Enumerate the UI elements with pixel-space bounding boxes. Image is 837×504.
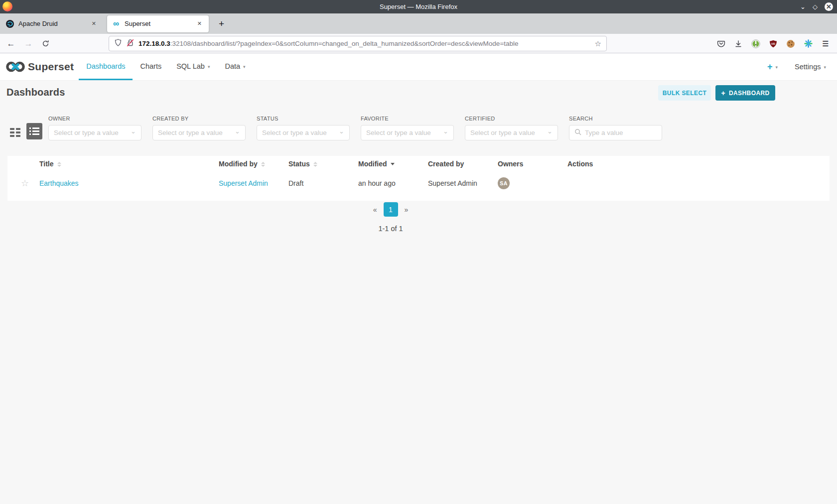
previous-page-button[interactable]: « <box>373 206 377 214</box>
minimize-icon[interactable]: ⌄ <box>800 3 806 10</box>
column-label: Created by <box>428 160 464 168</box>
tab-close-icon[interactable]: ✕ <box>195 19 204 28</box>
forward-button[interactable]: → <box>21 34 35 53</box>
window-title: Superset — Mozilla Firefox <box>0 0 837 13</box>
nav-label: Dashboards <box>86 62 125 70</box>
superset-logo[interactable]: Superset <box>0 53 74 80</box>
asterisk-extension-icon[interactable] <box>804 39 813 48</box>
status-cell: Draft <box>288 179 358 187</box>
bulk-select-button[interactable]: BULK SELECT <box>658 85 711 101</box>
certified-filter-select[interactable]: Select or type a value ⌄ <box>465 125 558 140</box>
column-header-modified-by[interactable]: Modified by <box>219 160 288 168</box>
superset-navbar: Superset Dashboards Charts SQL Lab ▾ Dat… <box>0 53 837 81</box>
url-bar[interactable]: 172.18.0.3:32108/dashboard/list/?pageInd… <box>109 36 607 51</box>
status-filter-select[interactable]: Select or type a value ⌄ <box>257 125 350 140</box>
svg-text:UO: UO <box>771 42 775 45</box>
tab-apache-druid[interactable]: Apache Druid ✕ <box>1 15 103 32</box>
filter-label-status: STATUS <box>257 116 350 122</box>
back-button[interactable]: ← <box>4 34 18 53</box>
chevron-down-icon: ⌄ <box>339 127 344 135</box>
bookmark-star-icon[interactable]: ☆ <box>595 39 601 48</box>
placeholder: Select or type a value <box>366 129 443 136</box>
pagination: « 1 » <box>351 202 430 217</box>
new-dashboard-label: DASHBOARD <box>729 90 770 97</box>
sort-icon <box>57 162 61 167</box>
search-input[interactable]: Type a value <box>569 125 662 140</box>
placeholder: Select or type a value <box>54 129 131 136</box>
cookie-extension-icon[interactable] <box>786 39 795 48</box>
downloads-icon[interactable] <box>734 39 743 48</box>
tab-title: Apache Druid <box>18 20 90 27</box>
url-path: :32108/dashboard/list/?pageIndex=0&sortC… <box>170 40 519 47</box>
new-item-menu[interactable]: + ▾ <box>767 62 778 72</box>
chevron-down-icon: ▾ <box>243 64 246 69</box>
column-header-title[interactable]: Title <box>39 160 219 168</box>
modified-by-link[interactable]: Superset Admin <box>219 179 268 187</box>
superset-logo-icon <box>6 59 25 74</box>
chevron-down-icon: ▾ <box>208 64 210 69</box>
nav-item-sql-lab[interactable]: SQL Lab ▾ <box>169 53 217 80</box>
chevron-down-icon: ▾ <box>776 65 778 70</box>
settings-menu[interactable]: Settings ▾ <box>795 63 826 71</box>
nav-item-charts[interactable]: Charts <box>133 53 169 80</box>
browser-toolbar: ← → 172.18.0.3:32108/dashboard/list/?pag… <box>0 34 837 53</box>
column-label: Actions <box>567 160 593 168</box>
chevron-down-icon: ⌄ <box>131 127 136 135</box>
created-by-filter-select[interactable]: Select or type a value ⌄ <box>152 125 246 140</box>
placeholder: Type a value <box>585 129 657 136</box>
owner-avatar[interactable]: SA <box>498 177 510 189</box>
new-dashboard-button[interactable]: + DASHBOARD <box>715 85 775 101</box>
column-label: Modified <box>358 160 387 168</box>
favorite-star-icon[interactable]: ☆ <box>21 178 29 188</box>
tab-superset[interactable]: ∞ Superset ✕ <box>107 15 209 32</box>
sort-desc-icon <box>391 163 395 165</box>
maximize-icon[interactable]: ◇ <box>813 3 818 10</box>
page-1-button[interactable]: 1 <box>384 202 398 217</box>
card-view-toggle[interactable] <box>10 128 21 138</box>
column-label: Owners <box>498 160 523 168</box>
brand-name: Superset <box>28 61 74 73</box>
placeholder: Select or type a value <box>158 129 235 136</box>
next-page-button[interactable]: » <box>405 206 409 214</box>
modified-cell: an hour ago <box>358 179 428 187</box>
dashboard-title-link[interactable]: Earthquakes <box>39 179 79 187</box>
insecure-lock-icon[interactable] <box>127 39 134 49</box>
owner-filter-select[interactable]: Select or type a value ⌄ <box>48 125 141 140</box>
table-header-row: Title Modified by Status Modified Create… <box>7 156 830 172</box>
nav-item-data[interactable]: Data ▾ <box>217 53 253 80</box>
chevron-down-icon: ▾ <box>824 65 826 70</box>
nav-label: Charts <box>140 62 161 70</box>
favorite-filter-select[interactable]: Select or type a value ⌄ <box>361 125 454 140</box>
tab-close-icon[interactable]: ✕ <box>90 19 98 28</box>
placeholder: Select or type a value <box>470 129 547 136</box>
url-host: 172.18.0.3 <box>139 40 170 47</box>
filter-label-search: SEARCH <box>569 116 662 122</box>
chevron-down-icon: ⌄ <box>547 127 553 135</box>
page-title: Dashboards <box>6 87 65 98</box>
browser-titlebar: Superset — Mozilla Firefox ⌄ ◇ ✕ <box>0 0 837 13</box>
list-view-toggle[interactable] <box>26 123 42 139</box>
pocket-icon[interactable] <box>716 39 725 48</box>
new-tab-button[interactable]: + <box>215 18 228 29</box>
chevron-down-icon: ⌄ <box>235 127 240 135</box>
column-header-status[interactable]: Status <box>288 160 358 168</box>
url-text[interactable]: 172.18.0.3:32108/dashboard/list/?pageInd… <box>139 40 595 47</box>
ublock-origin-icon[interactable]: UO <box>769 39 778 48</box>
column-label: Title <box>39 160 54 168</box>
reload-button[interactable] <box>38 34 52 53</box>
filter-label-certified: CERTIFIED <box>465 116 558 122</box>
search-icon <box>574 128 581 137</box>
tracking-shield-icon[interactable] <box>114 38 122 49</box>
column-header-actions: Actions <box>567 160 830 168</box>
superset-favicon-icon: ∞ <box>112 20 120 28</box>
filter-label-created-by: CREATED BY <box>152 116 246 122</box>
column-header-modified[interactable]: Modified <box>358 160 428 168</box>
close-icon[interactable]: ✕ <box>825 2 833 11</box>
column-header-created-by: Created by <box>428 160 498 168</box>
column-label: Modified by <box>219 160 258 168</box>
menu-icon[interactable]: ☰ <box>821 39 830 48</box>
column-label: Status <box>288 160 310 168</box>
sort-icon <box>313 162 317 167</box>
privacy-badger-icon[interactable] <box>751 39 760 48</box>
nav-item-dashboards[interactable]: Dashboards <box>79 53 133 80</box>
